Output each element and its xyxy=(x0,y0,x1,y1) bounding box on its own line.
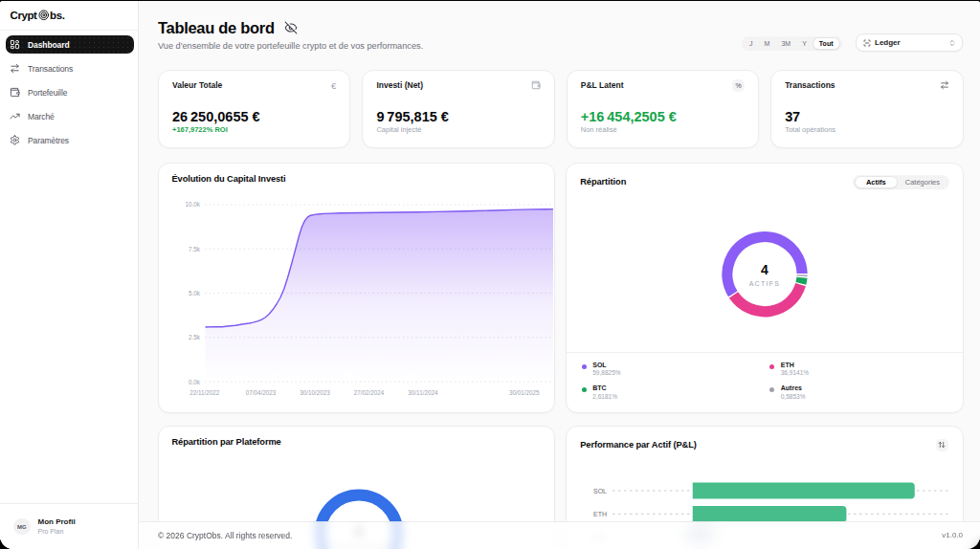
svg-text:4: 4 xyxy=(761,261,768,276)
svg-text:07/04/2023: 07/04/2023 xyxy=(245,388,276,395)
svg-text:30/01/2025: 30/01/2025 xyxy=(508,388,539,395)
svg-text:7.5k: 7.5k xyxy=(189,245,201,252)
svg-text:30/10/2023: 30/10/2023 xyxy=(300,388,330,395)
svg-text:10.0k: 10.0k xyxy=(185,201,200,208)
svg-text:0.0k: 0.0k xyxy=(189,378,201,384)
svg-text:ACTIFS: ACTIFS xyxy=(749,280,781,287)
svg-text:30/11/2024: 30/11/2024 xyxy=(408,388,438,395)
svg-text:ETH: ETH xyxy=(593,510,607,516)
svg-text:5.0k: 5.0k xyxy=(189,290,201,296)
svg-text:27/02/2024: 27/02/2024 xyxy=(353,388,384,395)
svg-text:22/11/2022: 22/11/2022 xyxy=(189,388,220,395)
svg-text:SOL: SOL xyxy=(593,487,607,494)
svg-text:2.5k: 2.5k xyxy=(189,334,201,340)
